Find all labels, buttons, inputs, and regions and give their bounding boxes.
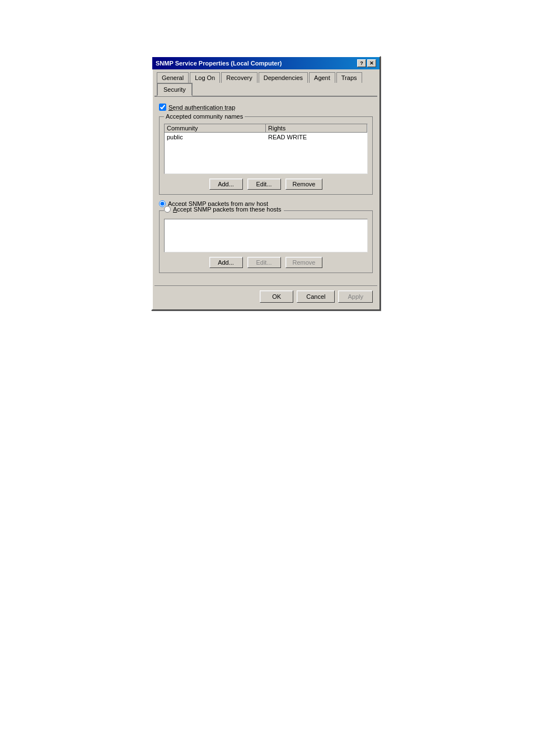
community-value: public bbox=[165, 133, 266, 141]
tab-logon[interactable]: Log On bbox=[190, 72, 220, 83]
hosts-edit-button[interactable]: Edit... bbox=[247, 257, 281, 268]
accept-these-hosts-radio[interactable] bbox=[164, 206, 171, 213]
hosts-add-button[interactable]: Add... bbox=[209, 257, 243, 268]
rights-column-header: Rights bbox=[266, 124, 367, 132]
ok-button[interactable]: OK bbox=[260, 290, 293, 303]
community-list-row[interactable]: public READ WRITE bbox=[165, 133, 367, 142]
window-title: SNMP Service Properties (Local Computer) bbox=[156, 60, 282, 67]
bottom-button-row: OK Cancel Apply bbox=[154, 285, 377, 307]
tab-agent[interactable]: Agent bbox=[309, 72, 335, 83]
community-column-header: Community bbox=[165, 124, 266, 132]
community-add-button[interactable]: Add... bbox=[209, 179, 243, 190]
community-names-list[interactable]: Community Rights public READ WRITE bbox=[164, 124, 368, 174]
title-bar: SNMP Service Properties (Local Computer)… bbox=[152, 57, 380, 69]
apply-button[interactable]: Apply bbox=[338, 290, 373, 303]
tab-bar: General Log On Recovery Dependencies Age… bbox=[154, 72, 377, 97]
accept-these-hosts-label: Accept SNMP packets from these hosts bbox=[173, 206, 282, 213]
send-auth-trap-checkbox[interactable] bbox=[159, 104, 166, 111]
close-button[interactable]: ✕ bbox=[367, 59, 376, 67]
rights-value: READ WRITE bbox=[266, 133, 367, 141]
help-button[interactable]: ? bbox=[357, 59, 366, 67]
hosts-button-row: Add... Edit... Remove bbox=[164, 257, 368, 268]
tab-dependencies[interactable]: Dependencies bbox=[259, 72, 308, 83]
community-edit-button[interactable]: Edit... bbox=[247, 179, 281, 190]
hosts-remove-button[interactable]: Remove bbox=[285, 257, 323, 268]
accept-hosts-group: Accept SNMP packets from these hosts Add… bbox=[159, 210, 373, 273]
tab-recovery[interactable]: Recovery bbox=[221, 72, 257, 83]
list-header: Community Rights bbox=[165, 124, 367, 133]
send-auth-trap-label: Send authentication trap bbox=[168, 104, 235, 111]
tab-security[interactable]: Security bbox=[157, 83, 193, 96]
accept-these-hosts-row: Accept SNMP packets from these hosts bbox=[164, 206, 284, 213]
tab-traps[interactable]: Traps bbox=[336, 72, 362, 83]
accepted-community-names-label: Accepted community names bbox=[164, 113, 245, 120]
security-tab-content: Send authentication trap Accepted commun… bbox=[154, 101, 377, 283]
community-remove-button[interactable]: Remove bbox=[285, 179, 323, 190]
tab-general[interactable]: General bbox=[157, 72, 189, 83]
cancel-button[interactable]: Cancel bbox=[297, 290, 335, 303]
accepted-community-names-group: Accepted community names Community Right… bbox=[159, 116, 373, 195]
dialog-content: General Log On Recovery Dependencies Age… bbox=[152, 69, 380, 309]
hosts-list[interactable] bbox=[164, 219, 368, 252]
community-button-row: Add... Edit... Remove bbox=[164, 179, 368, 190]
send-auth-trap-row: Send authentication trap bbox=[159, 104, 373, 111]
title-bar-buttons: ? ✕ bbox=[357, 59, 376, 67]
